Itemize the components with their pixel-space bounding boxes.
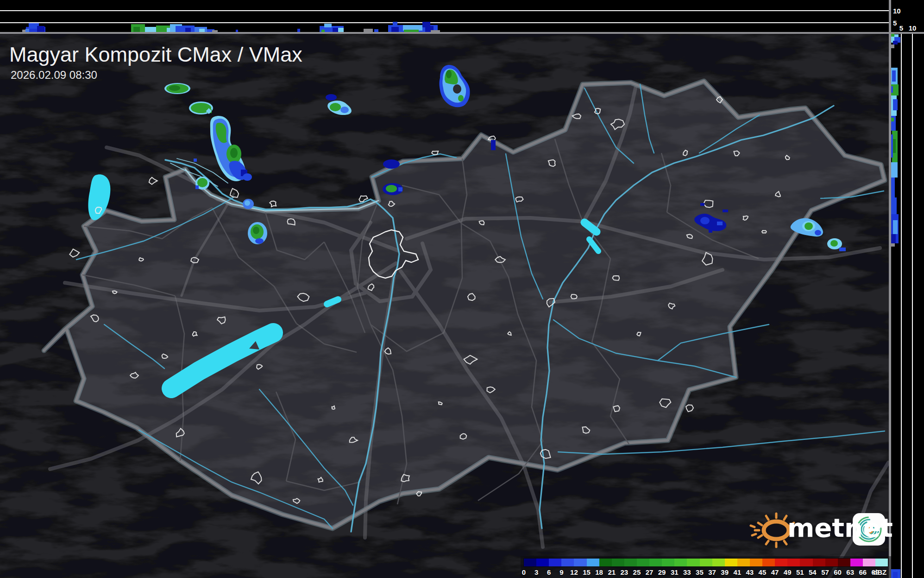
legend-segment	[524, 559, 536, 566]
page-title: Magyar Kompozit CMax / VMax	[9, 43, 302, 67]
profile-corner-box: 10 5 5 10	[891, 0, 924, 32]
top-strip-line-5km	[0, 22, 890, 23]
dbz-scale-labels: 0369121518212325272931333537394143454749…	[524, 568, 891, 577]
legend-segment	[536, 559, 549, 566]
radar-echo-dot	[194, 159, 197, 162]
legend-tick-label: 21	[608, 568, 616, 576]
legend-tick-label: 39	[721, 568, 729, 576]
legend-segment	[649, 559, 662, 566]
legend-segment	[750, 559, 762, 566]
legend-tick-label: 33	[683, 568, 691, 576]
legend-segment	[737, 559, 750, 566]
legend-segment	[762, 559, 775, 566]
legend-segment	[800, 559, 812, 566]
metnet-logo-text: metnet	[787, 513, 893, 543]
top-profile-strip	[0, 0, 890, 32]
legend-segment	[637, 559, 649, 566]
legend-segment	[825, 559, 838, 566]
right-strip-line-10km	[912, 34, 913, 578]
legend-tick-label: 41	[733, 568, 741, 576]
legend-tick-label: 25	[633, 568, 641, 576]
lake-velence	[327, 299, 338, 304]
legend-segment	[574, 559, 586, 566]
radar-echo-small-2	[248, 222, 267, 244]
legend-segment	[787, 559, 800, 566]
radar-scene: 10 5 5 10	[0, 0, 924, 578]
right-strip-label-5: 5	[899, 24, 903, 32]
legend-tick-label: 15	[583, 568, 591, 576]
legend-segment	[587, 559, 599, 566]
legend-segment	[662, 559, 674, 566]
radar-echo-north-3	[383, 183, 403, 195]
legend-segment	[838, 559, 850, 566]
legend-segment	[674, 559, 687, 566]
legend-tick-label: 12	[570, 568, 578, 576]
legend-tick-label: 60	[834, 568, 842, 576]
metnet-logo: metnet	[747, 509, 890, 549]
legend-tick-label: 9	[559, 568, 563, 576]
legend-segment	[687, 559, 699, 566]
legend-tick-label: 57	[821, 568, 829, 576]
dbz-scale-bar	[524, 559, 888, 566]
top-strip-label-10: 10	[893, 7, 901, 15]
legend-segment	[599, 559, 612, 566]
radar-echo-gyor	[195, 177, 209, 190]
legend-tick-label: 49	[784, 568, 792, 576]
legend-tick-label: 54	[809, 568, 817, 576]
legend-segment	[875, 559, 888, 566]
strip-separator-vertical	[889, 0, 891, 578]
legend-tick-label: 27	[646, 568, 654, 576]
legend-tick-label: 37	[708, 568, 716, 576]
legend-tick-label: 43	[746, 568, 754, 576]
legend-segment	[775, 559, 787, 566]
legend-segment	[624, 559, 637, 566]
radar-map	[0, 33, 890, 578]
right-strip-line-5km	[901, 34, 902, 578]
radar-echo-small-1	[243, 199, 254, 209]
top-strip-line-10km	[0, 10, 890, 11]
legend-tick-label: 66	[859, 568, 867, 576]
legend-tick-label: 18	[595, 568, 603, 576]
radar-composite-screen: 10 5 5 10 Magyar Kompozit CMax / VMax 20…	[0, 0, 924, 578]
right-profile-strip	[891, 33, 924, 578]
legend-segment	[850, 559, 863, 566]
legend-tick-label: 45	[759, 568, 767, 576]
right-strip-label-10: 10	[909, 24, 917, 32]
legend-tick-label: 47	[771, 568, 779, 576]
legend-unit-label: dBZ	[873, 568, 886, 576]
legend-segment	[612, 559, 624, 566]
legend-segment	[813, 559, 825, 566]
legend-segment	[712, 559, 725, 566]
radar-echo-north-2	[383, 159, 400, 169]
legend-tick-label: 23	[620, 568, 628, 576]
legend-tick-label: 51	[796, 568, 804, 576]
dbz-scale: 0369121518212325272931333537394143454749…	[521, 556, 891, 578]
legend-tick-label: 29	[658, 568, 666, 576]
legend-tick-label: 35	[696, 568, 704, 576]
radar-echo-nw-1	[164, 83, 190, 94]
top-strip-label-5: 5	[893, 19, 897, 27]
legend-segment	[725, 559, 737, 566]
strip-separator-horizontal	[0, 32, 924, 34]
legend-segment	[700, 559, 712, 566]
legend-tick-label: 63	[846, 568, 854, 576]
legend-tick-label: 31	[671, 568, 679, 576]
legend-segment	[561, 559, 574, 566]
legend-tick-label: 6	[547, 568, 551, 576]
legend-tick-label: 0	[522, 568, 526, 576]
legend-tick-label: 3	[534, 568, 538, 576]
radar-echo-dash	[491, 140, 496, 150]
timestamp: 2026.02.09 08:30	[11, 69, 97, 82]
legend-segment	[549, 559, 561, 566]
legend-segment	[863, 559, 875, 566]
